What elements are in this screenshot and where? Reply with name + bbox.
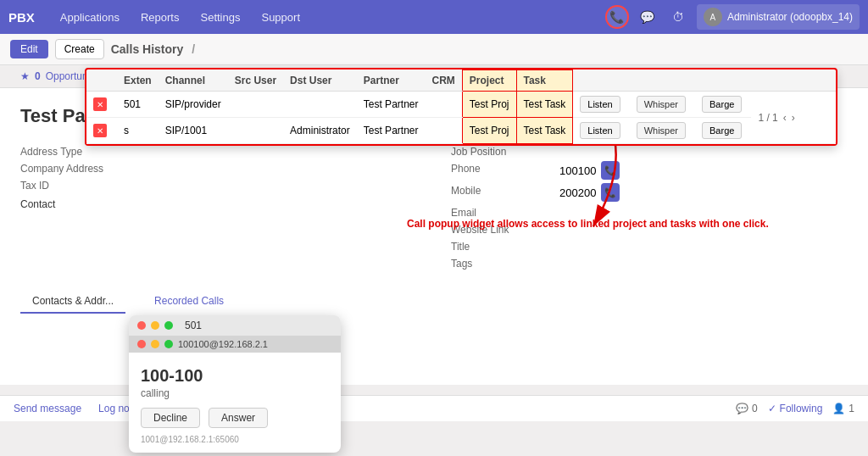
phone-icon[interactable]: 📞: [605, 5, 629, 29]
check-following-icon: ✓: [768, 403, 776, 414]
nav-support[interactable]: Support: [253, 6, 309, 29]
email-row: Email: [451, 205, 848, 219]
row2-channel: SIP/1001: [159, 118, 228, 144]
star-icon: ★: [20, 70, 30, 82]
row1-partner: Test Partner: [357, 92, 426, 118]
minimize-window-button[interactable]: [151, 321, 159, 330]
row1-task[interactable]: Test Task: [516, 92, 573, 118]
user-menu[interactable]: A Administrator (odoopbx_14): [697, 4, 860, 30]
close-window-button[interactable]: [137, 321, 146, 330]
email-label: Email: [451, 205, 553, 219]
call-widget-body: 100-100 calling Decline Answer 1001@192.…: [129, 353, 341, 453]
send-message-link[interactable]: Send message: [14, 403, 81, 414]
answer-button[interactable]: Answer: [209, 408, 268, 428]
listen-row1-button[interactable]: Listen: [580, 96, 620, 113]
chat-icon[interactable]: 💬: [636, 5, 659, 29]
sip-address: 1001@192.168.2.1:65060: [141, 435, 329, 444]
company-address-row: Company Address: [20, 161, 417, 175]
create-button[interactable]: Create: [55, 39, 104, 59]
col-partner: Partner: [357, 70, 426, 92]
col-task: Task: [516, 70, 573, 92]
company-address-label: Company Address: [20, 161, 122, 175]
row1-channel: SIP/provider: [159, 92, 228, 118]
decline-button[interactable]: Decline: [141, 408, 200, 428]
phone-row: Phone 100100 📞: [451, 161, 848, 180]
row2-project[interactable]: Test Proj: [462, 118, 516, 144]
call-widget-sub-address: 100100@192.168.2.1: [178, 339, 268, 349]
user-name: Administrator (odoopbx_14): [727, 11, 853, 23]
fields-left: Address Type Company Address Tax ID Cont…: [20, 144, 417, 273]
brand-logo: PBX: [8, 10, 35, 25]
person-icon: 👤: [832, 403, 845, 414]
tax-id-row: Tax ID: [20, 178, 417, 192]
tags-label: Tags: [451, 256, 553, 270]
min-sub-button[interactable]: [151, 340, 159, 348]
col-whisper: [630, 70, 695, 92]
call-table-overlay: Exten Channel Src User Dst User Partner …: [85, 68, 837, 146]
call-widget-sub-title: 100100@192.168.2.1: [129, 336, 341, 353]
tags-row: Tags: [451, 256, 848, 270]
fields-grid: Address Type Company Address Tax ID Cont…: [20, 144, 848, 273]
chat-count: 💬 0: [736, 403, 758, 414]
row1-exten: 501: [117, 92, 159, 118]
col-crm: CRM: [425, 70, 462, 92]
nav-reports[interactable]: Reports: [132, 6, 188, 29]
call-widget: 501 100100@192.168.2.1 100-100 calling D…: [129, 315, 341, 453]
title-row: Title: [451, 239, 848, 253]
followers-count: 👤 1: [832, 403, 854, 414]
col-channel: Channel: [159, 70, 228, 92]
following-badge[interactable]: ✓ Following: [768, 403, 823, 414]
row1-project[interactable]: Test Proj: [462, 92, 516, 118]
job-position-row: Job Position: [451, 144, 848, 158]
nav-settings[interactable]: Settings: [192, 6, 248, 29]
whisper-row2-button[interactable]: Whisper: [637, 122, 686, 139]
job-position-label: Job Position: [451, 144, 553, 158]
nav-applications[interactable]: Applications: [52, 6, 128, 29]
barge-row2-button[interactable]: Barge: [702, 122, 742, 139]
call-table: Exten Channel Src User Dst User Partner …: [86, 70, 836, 144]
chat-bubble-icon: 💬: [736, 403, 748, 414]
close-sub-button[interactable]: [137, 340, 146, 348]
edit-button[interactable]: Edit: [10, 40, 48, 58]
col-exten: Exten: [117, 70, 159, 92]
max-sub-button[interactable]: [164, 340, 173, 348]
col-dst-user: Dst User: [283, 70, 357, 92]
next-page-button[interactable]: ›: [792, 112, 795, 124]
mobile-label: Mobile: [451, 183, 553, 197]
prev-page-button[interactable]: ‹: [783, 112, 787, 124]
row2-src-user: [228, 118, 283, 144]
breadcrumb-title: Calls History /: [111, 42, 195, 56]
col-pagination: [751, 70, 836, 92]
tab-contacts[interactable]: Contacts & Addr...: [20, 290, 125, 314]
tab-recorded-calls[interactable]: Recorded Calls: [142, 290, 236, 314]
col-remove: [86, 70, 117, 92]
barge-row1-button[interactable]: Barge: [702, 96, 742, 113]
col-barge: [695, 70, 751, 92]
row2-task[interactable]: Test Task: [516, 118, 573, 144]
clock-icon[interactable]: ⏱: [666, 5, 690, 29]
title-label: Title: [451, 239, 553, 253]
call-status: calling: [141, 387, 329, 399]
address-type-row: Address Type: [20, 144, 417, 158]
col-project: Project: [462, 70, 516, 92]
tabs-row: Contacts & Addr... Recorded Calls: [20, 290, 848, 314]
fields-right: Job Position Phone 100100 📞 Mobile 20020…: [451, 144, 848, 273]
avatar: A: [704, 8, 722, 26]
top-navigation: PBX Applications Reports Settings Suppor…: [0, 0, 868, 34]
mobile-row: Mobile 200200 📞: [451, 183, 848, 202]
col-src-user: Src User: [228, 70, 283, 92]
maximize-window-button[interactable]: [164, 321, 173, 330]
row1-dst-user: [283, 92, 357, 118]
address-type-label: Address Type: [20, 144, 122, 158]
row1-crm: [425, 92, 462, 118]
row1-src-user: [228, 92, 283, 118]
remove-row1-button[interactable]: ✕: [93, 97, 107, 111]
breadcrumb-bar: Edit Create Calls History /: [0, 34, 868, 65]
pagination: 1 / 1 ‹ ›: [758, 112, 829, 124]
phone-label: Phone: [451, 161, 553, 175]
row2-dst-user: Administrator: [283, 118, 357, 144]
listen-row2-button[interactable]: Listen: [580, 122, 620, 139]
remove-row2-button[interactable]: ✕: [93, 124, 107, 137]
tax-id-label: Tax ID: [20, 178, 122, 192]
whisper-row1-button[interactable]: Whisper: [637, 96, 686, 113]
